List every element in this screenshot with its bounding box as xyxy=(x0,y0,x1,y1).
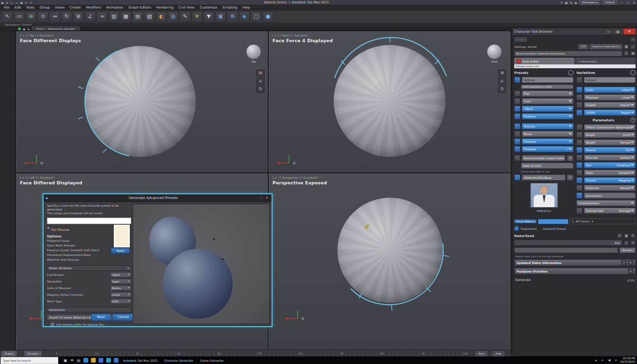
accessories-field[interactable]: Accessories xyxy=(584,192,636,199)
work-dropdown[interactable]: +Work xyxy=(522,106,573,112)
param-icon[interactable] xyxy=(576,77,582,83)
nav-orbit-icon[interactable]: ↻ xyxy=(256,86,264,93)
param-icon[interactable] xyxy=(576,102,582,108)
help-icon[interactable]: ? xyxy=(621,260,627,265)
dropdown-icon[interactable]: ▾ xyxy=(617,233,622,238)
dialog-minimize-button[interactable]: ─ xyxy=(258,196,264,200)
list-view-icon[interactable]: ─ xyxy=(630,44,636,49)
viewport-front[interactable]: [ + ] [ Front ] [ Standard ] Face Force … xyxy=(269,31,510,173)
workspaces-button[interactable]: Workspaces xyxy=(579,0,601,5)
subject-field[interactable]: Subject xyxy=(584,77,636,83)
viewport-label[interactable]: [ + ] [ Top ] [ Standard ] Face Differen… xyxy=(20,34,81,43)
settings-icon[interactable]: ⚙ xyxy=(569,1,573,4)
param-icon[interactable] xyxy=(514,155,520,161)
material-editor-icon[interactable]: ◐ xyxy=(156,11,167,22)
mail-icon[interactable]: ✉ xyxy=(69,358,75,363)
pinned-app-icon[interactable] xyxy=(83,358,88,363)
param-icon[interactable] xyxy=(576,192,582,199)
apply-button[interactable]: Apply xyxy=(111,248,130,254)
save-icon[interactable]: ▦ xyxy=(624,233,629,238)
menu-modifiers[interactable]: Modifiers xyxy=(86,6,101,9)
viewport-top[interactable]: [ + ] [ Top ] [ Standard ] Face Differen… xyxy=(16,31,269,173)
minimize-button[interactable]: ─ xyxy=(619,1,625,4)
param-icon[interactable] xyxy=(576,162,582,168)
sphere-primitive-icon[interactable]: ● xyxy=(263,11,273,22)
products-dropdown[interactable]: Products xyxy=(522,113,573,119)
weight-dropdown[interactable]: Weight Normal xyxy=(584,139,636,146)
geometry-icon[interactable]: □ xyxy=(251,11,262,22)
browse-button[interactable]: ▾ xyxy=(567,155,573,161)
network-icon[interactable]: ≈ xyxy=(600,358,605,362)
undo-icon[interactable]: ↩ xyxy=(24,1,28,4)
expand-icon[interactable]: ▾ xyxy=(628,260,633,265)
history-icon[interactable] xyxy=(568,70,573,75)
panel-close-button[interactable]: ✕ xyxy=(623,28,636,35)
system-clock[interactable]: 05:58 PM 10/31/2023 xyxy=(620,357,635,364)
menu-tools[interactable]: Tools xyxy=(26,6,34,9)
expand-icon[interactable]: + xyxy=(628,269,633,274)
attribute-dropdown[interactable]: Solid xyxy=(110,299,131,304)
running-app-1[interactable]: Autodesk 3ds Max 2023 xyxy=(123,359,157,362)
open-file-icon[interactable]: ▱ xyxy=(14,1,19,4)
add-path-button[interactable]: + xyxy=(567,174,573,181)
relative-paths-checkbox-row[interactable]: Use relative paths for texture files xyxy=(51,323,131,326)
schedule-dropdown[interactable]: Schedule xyxy=(522,138,573,145)
timeline-bar[interactable]: Shapes Timeline 0 10 20 30 40 50 60 70 8… xyxy=(0,350,510,357)
view-cube-ball-icon[interactable] xyxy=(246,44,261,59)
param-icon[interactable] xyxy=(576,147,582,153)
substitution-field[interactable]: 0000 Substitution Profile xyxy=(521,84,573,89)
nav-home-icon[interactable]: ⌂ xyxy=(498,78,506,85)
reference-photo[interactable] xyxy=(530,183,558,208)
menu-icon[interactable]: ≡ xyxy=(5,1,9,4)
param-icon[interactable] xyxy=(514,77,520,83)
expand-icon[interactable]: + xyxy=(127,266,129,270)
physique-dropdown[interactable]: Physique Linear xyxy=(584,94,636,100)
scale-icon[interactable]: ⊞ xyxy=(73,11,84,22)
height-dropdown[interactable]: Height 14.00 xyxy=(584,132,636,138)
angle-snap-icon[interactable]: ≈ xyxy=(97,11,108,22)
filename-dropdown[interactable]: Filename ✓ xyxy=(522,146,573,152)
param-icon[interactable] xyxy=(576,87,582,93)
param-icon[interactable] xyxy=(576,124,582,130)
path-row[interactable]: Infrastructure.xml xyxy=(514,64,636,68)
more-options-button[interactable]: ⋯ xyxy=(514,37,528,42)
snap-toggle-icon[interactable]: ∠ xyxy=(85,11,96,22)
param-icon[interactable] xyxy=(576,94,582,100)
layer-manager-icon[interactable]: ▤ xyxy=(132,11,143,22)
viewport-meta[interactable]: [ + ] [ Perspective ] [ Standard ] xyxy=(273,176,327,179)
dialog-close-button[interactable]: ✕ xyxy=(264,196,270,200)
nav-orbit-icon[interactable]: ↻ xyxy=(498,86,506,93)
filter-icon[interactable]: ▦ xyxy=(630,51,636,56)
tab-slate-editor[interactable]: Slate Editor xyxy=(514,58,574,64)
attributes-header[interactable]: Model Attributes + xyxy=(47,265,131,271)
pinned-app-icon[interactable] xyxy=(106,358,111,363)
view-cube[interactable]: Front xyxy=(486,44,502,63)
nav-zoom-icon[interactable]: ⊞ xyxy=(256,70,264,77)
summer-hair-dropdown[interactable]: Summer hair Average xyxy=(584,208,636,214)
layout-icon[interactable]: ▦ xyxy=(564,1,569,4)
pinned-app-icon[interactable] xyxy=(114,358,118,363)
color-swatch[interactable] xyxy=(114,225,130,247)
viewport-meta[interactable]: [ + ] [ Left ] [ Standard ] xyxy=(20,176,82,179)
panel-title-bar[interactable]: Character Slot Browser ─ ▦ ✕ xyxy=(512,28,637,36)
align-icon[interactable]: ▦ xyxy=(120,11,131,22)
menu-scripting[interactable]: Scripting xyxy=(222,6,237,9)
taskbar-search-input[interactable]: Type here to search xyxy=(0,357,58,364)
gizmo-target-icon[interactable]: ⊕ xyxy=(292,161,296,165)
menu-graph-editors[interactable]: Graph Editors xyxy=(128,6,151,9)
layout-grid-icon[interactable]: ▦ xyxy=(23,27,26,31)
custom-folder-field[interactable]: Recommended custom folder xyxy=(522,155,565,161)
menu-customize[interactable]: Customize xyxy=(200,6,218,9)
textures-dropdown[interactable]: Textures xyxy=(522,123,573,129)
workspace-default-button[interactable]: Default xyxy=(602,0,618,5)
pinned-app-icon[interactable] xyxy=(91,358,96,363)
minutes-chip[interactable]: Minutes xyxy=(619,247,636,253)
cad-button[interactable]: CAD xyxy=(578,44,589,49)
search-input[interactable]: Recommended materials and presets xyxy=(514,51,622,56)
preset-name-input[interactable] xyxy=(47,218,131,224)
menu-file[interactable]: File xyxy=(4,6,9,9)
grid-view-icon[interactable]: ▦ xyxy=(624,44,629,49)
texture-dropdown[interactable]: Texture Full xyxy=(584,147,636,153)
param-icon[interactable] xyxy=(576,208,582,214)
option-item[interactable]: Procedural Displacement Maps xyxy=(47,253,104,257)
